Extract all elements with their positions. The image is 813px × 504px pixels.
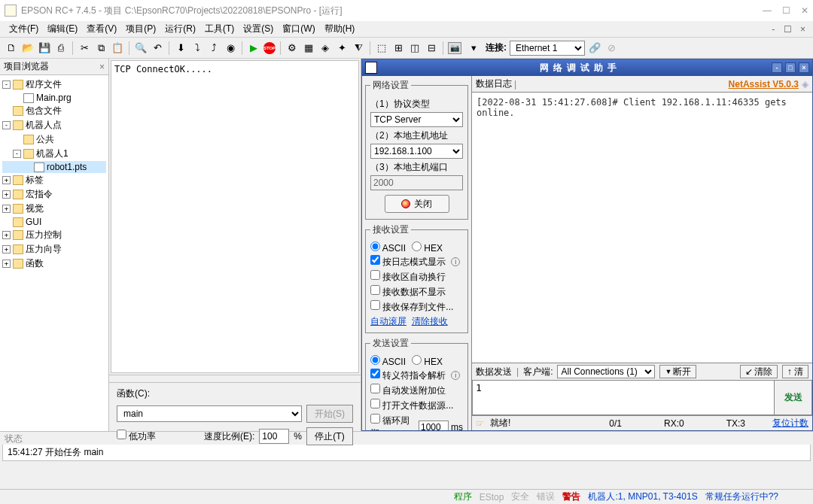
- tree-item[interactable]: +标签: [2, 173, 106, 187]
- send-ascii-radio[interactable]: ASCII: [370, 355, 406, 367]
- net-min-icon[interactable]: -: [772, 62, 782, 73]
- low-power-checkbox[interactable]: 低功率: [117, 430, 156, 443]
- escape-check[interactable]: 转义符指令解析: [370, 369, 446, 382]
- tree-item[interactable]: GUI: [2, 216, 106, 228]
- copy-icon[interactable]: ⧉: [94, 41, 108, 55]
- menu-view[interactable]: 查看(V): [82, 21, 121, 37]
- stop-button[interactable]: 停止(T): [306, 427, 353, 445]
- tool-f-icon[interactable]: ⬚: [375, 41, 388, 55]
- new-icon[interactable]: 🗋: [5, 41, 18, 55]
- save-file-check[interactable]: 接收保存到文件...: [370, 300, 453, 314]
- tool-i-icon[interactable]: ⊟: [425, 41, 438, 55]
- log-mode-check[interactable]: 按日志模式显示: [370, 255, 446, 269]
- cut-icon[interactable]: ✂: [78, 41, 91, 55]
- step-over-icon[interactable]: ⤵: [190, 41, 204, 55]
- breakpoint-icon[interactable]: ◉: [224, 41, 237, 55]
- tree-item[interactable]: +函数: [2, 257, 106, 271]
- net-max-icon[interactable]: □: [785, 62, 796, 73]
- save-icon[interactable]: 💾: [38, 41, 51, 55]
- protocol-select[interactable]: TCP Server: [370, 112, 463, 127]
- connect-icon[interactable]: 🔗: [588, 41, 601, 55]
- menu-window[interactable]: 窗口(W): [278, 21, 319, 37]
- tree-item[interactable]: -程序文件: [2, 77, 106, 92]
- tree-toggle-icon[interactable]: +: [2, 190, 11, 199]
- find-icon[interactable]: 🔍: [134, 41, 148, 55]
- minimize-button[interactable]: —: [763, 5, 772, 16]
- auto-wrap-check[interactable]: 接收区自动换行: [370, 270, 446, 284]
- tool-d-icon[interactable]: ✦: [335, 41, 349, 55]
- step-in-icon[interactable]: ⬇: [174, 41, 187, 55]
- host-select[interactable]: 192.168.1.100: [370, 144, 463, 159]
- log-output[interactable]: [2022-08-31 15:41:27.608]# Client 192.16…: [472, 93, 812, 363]
- tree-toggle-icon[interactable]: +: [2, 260, 11, 268]
- run-icon[interactable]: ▶: [247, 41, 260, 55]
- tree-item[interactable]: +压力向导: [2, 242, 106, 257]
- connection-select[interactable]: Ethernet 1: [510, 41, 585, 56]
- stop-icon[interactable]: STOP: [263, 42, 276, 54]
- disconnect-button[interactable]: ▼断开: [659, 365, 696, 378]
- tree-item[interactable]: -机器人1: [2, 147, 106, 161]
- tree-item[interactable]: robot1.pts: [2, 161, 106, 173]
- menu-file[interactable]: 文件(F): [5, 21, 43, 37]
- no-show-check[interactable]: 接收数据不显示: [370, 285, 446, 299]
- open-file-check[interactable]: 打开文件数据源...: [370, 399, 453, 412]
- brand-link[interactable]: NetAssist V5.0.3: [729, 79, 799, 90]
- info-icon-2[interactable]: i: [451, 371, 460, 380]
- cycle-input[interactable]: [419, 421, 449, 431]
- tree-toggle-icon[interactable]: +: [2, 245, 11, 254]
- menu-project[interactable]: 项目(P): [121, 21, 160, 37]
- return-button[interactable]: ↑ 清: [782, 365, 808, 378]
- speed-input[interactable]: [259, 429, 289, 444]
- tree-item[interactable]: 公共: [2, 132, 106, 147]
- recv-hex-radio[interactable]: HEX: [412, 241, 443, 254]
- open-icon[interactable]: 📂: [21, 41, 35, 55]
- port-input[interactable]: [370, 175, 463, 190]
- net-close-button[interactable]: 关闭: [385, 195, 449, 213]
- send-hex-radio[interactable]: HEX: [412, 355, 443, 367]
- tree-toggle-icon[interactable]: -: [2, 121, 11, 129]
- tool-a-icon[interactable]: ⚙: [285, 41, 299, 55]
- tool-h-icon[interactable]: ◫: [408, 41, 422, 55]
- maximize-button[interactable]: ☐: [782, 5, 790, 16]
- tree-toggle-icon[interactable]: +: [2, 176, 11, 184]
- cycle-check[interactable]: 循环周期: [370, 414, 416, 430]
- disconnect-icon[interactable]: ⊘: [604, 41, 618, 55]
- netassist-titlebar[interactable]: 网络调试助手 - □ ×: [362, 59, 812, 76]
- tree-toggle-icon[interactable]: +: [2, 231, 11, 239]
- tree-toggle-icon[interactable]: +: [2, 205, 11, 213]
- close-panel-icon[interactable]: ×: [99, 62, 105, 72]
- reset-counter-link[interactable]: 复位计数: [772, 417, 808, 430]
- print-icon[interactable]: ⎙: [54, 41, 68, 55]
- paste-icon[interactable]: 📋: [111, 41, 124, 55]
- tree-item[interactable]: +视觉: [2, 202, 106, 216]
- start-button[interactable]: 开始(S): [306, 405, 353, 423]
- info-icon[interactable]: i: [451, 257, 460, 266]
- tree-toggle-icon[interactable]: -: [13, 150, 21, 158]
- menu-edit[interactable]: 编辑(E): [43, 21, 82, 37]
- tree-toggle-icon[interactable]: -: [2, 80, 11, 89]
- project-tree[interactable]: -程序文件Main.prg包含文件-机器人点公共-机器人1robot1.pts+…: [0, 75, 108, 431]
- tree-item[interactable]: +压力控制: [2, 228, 106, 242]
- tree-item[interactable]: 包含文件: [2, 104, 106, 118]
- send-button[interactable]: 发送: [775, 381, 812, 415]
- tool-g-icon[interactable]: ⊞: [391, 41, 405, 55]
- auto-scroll-link[interactable]: 自动滚屏: [370, 316, 406, 326]
- menu-tools[interactable]: 工具(T): [200, 21, 239, 37]
- tool-c-icon[interactable]: ◈: [318, 41, 332, 55]
- client-select[interactable]: All Connections (1): [557, 365, 655, 378]
- clear-button[interactable]: ↙ 清除: [740, 365, 778, 378]
- step-out-icon[interactable]: ⤴: [207, 41, 221, 55]
- menu-help[interactable]: 帮助(H): [320, 21, 360, 37]
- tree-item[interactable]: Main.prg: [2, 92, 106, 104]
- tree-item[interactable]: +宏指令: [2, 187, 106, 202]
- net-close-icon[interactable]: ×: [799, 62, 809, 73]
- function-select[interactable]: main: [117, 405, 302, 422]
- dropdown-icon[interactable]: ▾: [467, 41, 480, 55]
- auto-append-check[interactable]: 自动发送附加位: [370, 384, 446, 397]
- send-textarea[interactable]: 1: [472, 381, 775, 415]
- menu-run[interactable]: 运行(R): [160, 21, 200, 37]
- tool-b-icon[interactable]: ▦: [302, 41, 315, 55]
- menu-settings[interactable]: 设置(S): [239, 21, 278, 37]
- close-button[interactable]: ✕: [801, 5, 808, 16]
- recv-ascii-radio[interactable]: ASCII: [370, 241, 406, 254]
